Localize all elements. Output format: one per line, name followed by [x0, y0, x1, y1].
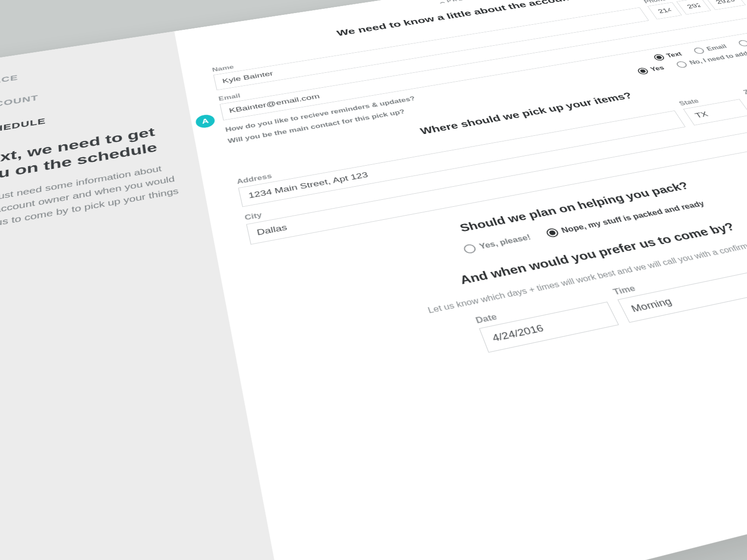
radio-dot-icon [545, 228, 560, 238]
radio-phone[interactable]: Phone [737, 35, 747, 47]
phone-input-2[interactable] [677, 0, 711, 14]
radio-dot-icon [462, 244, 477, 254]
radio-text[interactable]: Text [652, 51, 684, 62]
phone-input-1[interactable] [648, 2, 682, 20]
radio-yes[interactable]: Yes [636, 64, 666, 75]
step-badge-a: A [195, 113, 216, 129]
zip-label: Zip Code [742, 78, 747, 96]
previous-label: PREVIOUS [446, 0, 490, 3]
radio-dot-icon [675, 61, 689, 69]
radio-email[interactable]: Email [692, 43, 728, 55]
radio-pack-yes[interactable]: Yes, please! [462, 233, 532, 254]
main-panel: ︽ PREVIOUS ︽ We need to know a little ab… [174, 0, 747, 560]
phone-input-3[interactable] [705, 0, 746, 10]
radio-dot-icon [692, 47, 705, 55]
chevron-up-icon: ︽ [438, 0, 444, 4]
radio-dot-icon [737, 40, 747, 47]
